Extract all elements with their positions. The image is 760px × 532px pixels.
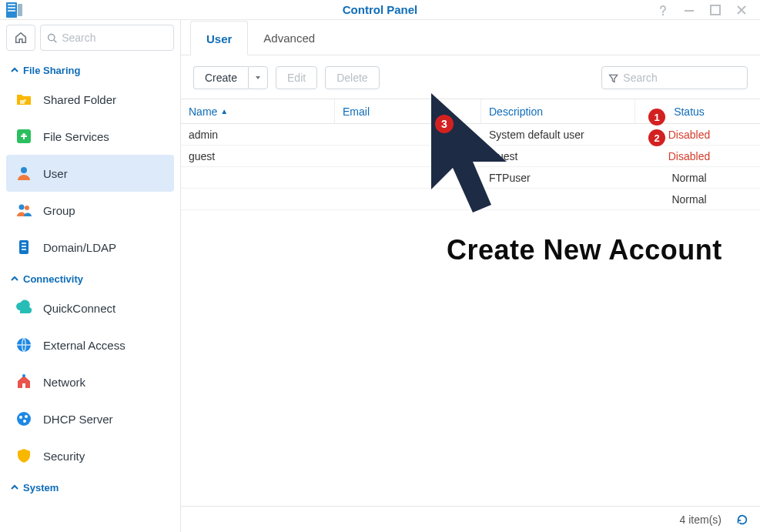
create-button[interactable]: Create — [193, 66, 248, 89]
svg-point-22 — [25, 415, 28, 418]
sidebar-item-shared-folder[interactable]: Shared Folder — [6, 81, 174, 118]
group-icon — [14, 200, 34, 220]
section-label: File Sharing — [23, 65, 80, 76]
section-connectivity[interactable]: Connectivity — [6, 266, 174, 289]
section-label: System — [23, 482, 59, 494]
sort-asc-icon: ▲ — [220, 107, 228, 115]
help-icon[interactable] — [655, 2, 671, 18]
sidebar-item-label: DHCP Server — [43, 413, 113, 426]
cell-status: Normal — [635, 172, 743, 184]
window-title: Control Panel — [0, 3, 760, 16]
svg-point-12 — [19, 205, 25, 210]
sidebar-item-user[interactable]: User — [6, 155, 174, 192]
section-system[interactable]: System — [6, 474, 174, 498]
svg-rect-7 — [711, 5, 720, 15]
user-icon — [14, 163, 34, 183]
table-row[interactable]: FTPuser Normal — [181, 167, 760, 189]
col-name-header[interactable]: Name ▲ — [181, 99, 335, 123]
sidebar-item-file-services[interactable]: File Services — [6, 118, 174, 155]
cell-name: admin — [181, 129, 335, 141]
filter-icon — [608, 72, 618, 84]
sidebar-item-external-access[interactable]: External Access — [6, 326, 174, 363]
window-titlebar: Control Panel — [0, 0, 760, 20]
svg-point-21 — [19, 416, 22, 419]
sidebar-item-label: External Access — [43, 339, 126, 352]
toolbar: Create Edit Delete — [181, 55, 760, 99]
svg-rect-17 — [22, 249, 26, 250]
table-row[interactable]: guest Guest Disabled — [181, 146, 760, 167]
cell-status: Disabled — [635, 150, 743, 162]
close-icon[interactable] — [734, 2, 749, 18]
app-icon — [5, 2, 25, 18]
chevron-up-icon — [11, 274, 18, 285]
sidebar-item-network[interactable]: Network — [6, 363, 174, 400]
cell-status: Normal — [635, 193, 743, 206]
sidebar-item-domain-ldap[interactable]: Domain/LDAP — [6, 229, 174, 266]
table-footer: 4 item(s) — [181, 506, 760, 532]
shield-icon — [14, 446, 34, 466]
refresh-button[interactable] — [735, 513, 749, 527]
cell-description: System default user — [481, 129, 635, 141]
delete-button[interactable]: Delete — [325, 66, 379, 89]
sidebar-item-label: Shared Folder — [43, 93, 116, 106]
tab-advanced[interactable]: Advanced — [248, 21, 330, 55]
tabs: User Advanced — [181, 20, 760, 55]
user-table: Name ▲ Email Description Status admin Sy… — [181, 99, 760, 210]
cell-name: guest — [181, 150, 335, 162]
table-row[interactable]: Normal — [181, 189, 760, 210]
col-description-header[interactable]: Description — [481, 99, 635, 123]
cell-description: FTPuser — [481, 172, 635, 184]
svg-point-5 — [662, 13, 664, 15]
create-dropdown-button[interactable] — [248, 66, 268, 89]
filter-search[interactable] — [601, 66, 748, 89]
svg-point-8 — [49, 34, 55, 40]
dhcp-server-icon — [14, 409, 34, 429]
section-label: Connectivity — [23, 273, 83, 285]
svg-point-19 — [22, 374, 25, 377]
sidebar-item-label: QuickConnect — [43, 302, 116, 315]
svg-rect-2 — [8, 7, 15, 8]
table-header: Name ▲ Email Description Status — [181, 99, 760, 124]
minimize-icon[interactable] — [681, 2, 697, 18]
sidebar-search-input[interactable] — [62, 32, 167, 44]
chevron-up-icon — [11, 483, 18, 494]
chevron-down-icon — [255, 75, 261, 81]
chevron-up-icon — [11, 65, 18, 76]
sidebar-item-quickconnect[interactable]: QuickConnect — [6, 289, 174, 326]
svg-point-20 — [17, 412, 31, 426]
svg-point-11 — [21, 167, 27, 173]
quickconnect-icon — [14, 298, 34, 318]
sidebar-item-label: Group — [43, 204, 75, 217]
tab-user[interactable]: User — [190, 21, 248, 55]
domain-ldap-icon — [14, 237, 34, 257]
svg-rect-16 — [22, 246, 26, 247]
item-count: 4 item(s) — [680, 514, 721, 526]
sidebar-search[interactable] — [40, 25, 174, 51]
svg-rect-1 — [8, 4, 15, 5]
refresh-icon — [735, 513, 749, 527]
network-icon — [14, 372, 34, 392]
sidebar-item-label: User — [43, 167, 68, 180]
search-icon — [47, 32, 57, 44]
cell-description: Guest — [481, 150, 635, 162]
table-row[interactable]: admin System default user Disabled — [181, 124, 760, 146]
annotation-heading: Create New Account — [447, 234, 722, 266]
sidebar: File Sharing Shared Folder File Services… — [0, 20, 181, 532]
col-email-header[interactable]: Email — [335, 99, 481, 123]
main-panel: User Advanced Create Edit Delete Name — [181, 20, 760, 532]
svg-point-13 — [25, 206, 29, 210]
sidebar-item-dhcp-server[interactable]: DHCP Server — [6, 400, 174, 437]
file-services-icon — [14, 126, 34, 146]
col-status-header[interactable]: Status — [635, 99, 743, 123]
home-button[interactable] — [6, 25, 35, 51]
maximize-icon[interactable] — [708, 2, 723, 18]
svg-rect-3 — [8, 10, 15, 12]
filter-search-input[interactable] — [623, 72, 741, 84]
section-file-sharing[interactable]: File Sharing — [6, 57, 174, 81]
svg-rect-4 — [18, 4, 22, 16]
edit-button[interactable]: Edit — [276, 66, 317, 89]
svg-rect-6 — [685, 10, 694, 12]
sidebar-item-group[interactable]: Group — [6, 192, 174, 229]
sidebar-item-security[interactable]: Security — [6, 437, 174, 474]
sidebar-item-label: Network — [43, 376, 85, 389]
